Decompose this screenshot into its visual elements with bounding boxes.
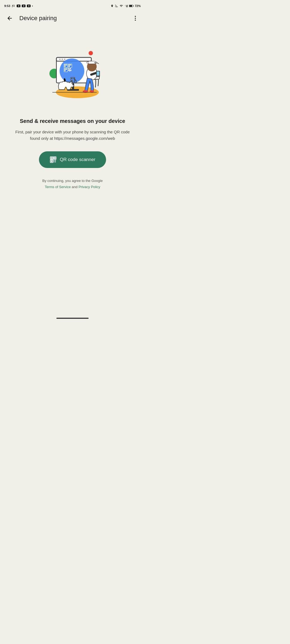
main-title: Send & receive messages on your device (11, 118, 134, 125)
svg-rect-25 (66, 64, 67, 65)
svg-rect-38 (70, 68, 71, 69)
svg-rect-29 (69, 64, 70, 65)
svg-rect-6 (126, 5, 127, 7)
svg-rect-7 (127, 5, 128, 7)
svg-rect-41 (70, 70, 71, 71)
cast-icon (12, 4, 15, 8)
time-display: 9:53 (4, 4, 10, 8)
status-left: 9:53 • (4, 4, 33, 8)
back-icon (6, 15, 13, 21)
svg-point-20 (64, 59, 66, 60)
svg-rect-46 (71, 80, 73, 81)
svg-point-19 (62, 59, 63, 60)
app-bar-left: Device pairing (4, 13, 57, 24)
svg-point-13 (89, 51, 93, 55)
wifi-icon (119, 4, 123, 8)
svg-rect-9 (133, 5, 134, 6)
device-pairing-illustration (32, 34, 113, 109)
qr-button-label: QR code scanner (60, 157, 95, 162)
bottom-nav-bar (56, 318, 89, 319)
svg-rect-45 (73, 78, 75, 79)
yt-icon-1 (17, 5, 20, 7)
svg-point-58 (72, 83, 73, 84)
svg-rect-66 (51, 160, 52, 162)
status-right: 72% (111, 4, 141, 8)
svg-rect-67 (53, 160, 54, 161)
svg-point-59 (69, 82, 70, 83)
notification-dot: • (32, 5, 33, 8)
svg-rect-68 (55, 160, 56, 161)
svg-rect-64 (54, 157, 55, 159)
svg-rect-47 (73, 80, 74, 80)
svg-point-18 (59, 59, 61, 60)
app-bar: Device pairing (0, 11, 145, 26)
signal-icon (124, 4, 128, 8)
svg-rect-39 (69, 69, 70, 70)
svg-rect-31 (69, 66, 70, 67)
terms-of-service-link[interactable]: Terms of Service (45, 185, 71, 189)
qr-icon (50, 156, 57, 163)
svg-rect-42 (69, 70, 70, 71)
svg-rect-69 (53, 162, 54, 162)
terms-prefix: By continuing, you agree to the Google (42, 179, 103, 183)
bell-muted-icon (115, 4, 118, 8)
qr-scanner-button[interactable]: QR code scanner (39, 151, 106, 168)
terms-connector: and (72, 185, 78, 189)
privacy-policy-link[interactable]: Privacy Policy (78, 185, 100, 189)
more-icon (135, 16, 136, 21)
svg-rect-44 (71, 78, 73, 79)
svg-rect-36 (64, 70, 66, 71)
page-title: Device pairing (19, 15, 57, 22)
yt-icon-2 (22, 5, 26, 7)
svg-point-21 (60, 58, 84, 83)
main-content: Send & receive messages on your device F… (0, 26, 145, 190)
svg-rect-54 (97, 71, 99, 76)
yt-icon-3 (27, 5, 31, 7)
svg-rect-62 (51, 157, 52, 159)
svg-rect-10 (129, 5, 132, 7)
battery-percent: 72% (135, 4, 141, 8)
svg-rect-40 (68, 70, 69, 71)
svg-rect-34 (64, 69, 66, 70)
svg-rect-30 (70, 64, 71, 65)
battery-icon (129, 4, 134, 8)
location-icon (111, 4, 114, 8)
illustration (32, 34, 113, 109)
svg-rect-26 (64, 66, 66, 67)
back-button[interactable] (4, 13, 15, 24)
sub-text: First, pair your device with your phone … (11, 129, 134, 142)
svg-rect-70 (55, 162, 56, 162)
svg-rect-35 (66, 69, 67, 70)
terms-section: By continuing, you agree to the Google T… (42, 178, 103, 190)
text-section: Send & receive messages on your device F… (9, 118, 136, 142)
more-options-button[interactable] (130, 13, 141, 24)
svg-rect-24 (64, 64, 66, 65)
status-bar: 9:53 • 72% (0, 0, 145, 11)
